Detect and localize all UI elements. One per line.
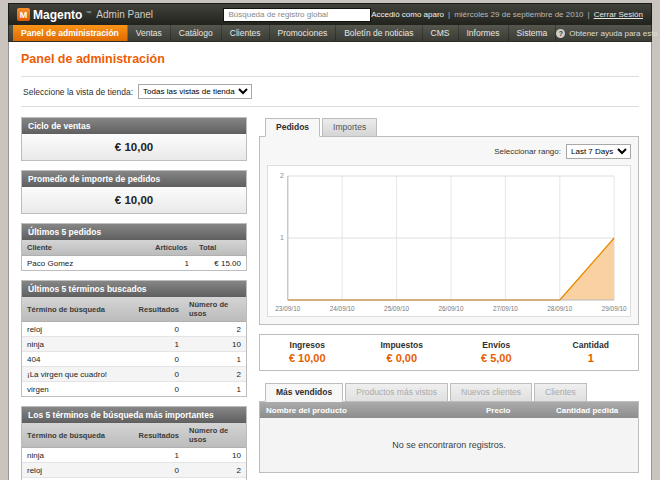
column-header: Nombre del producto [260,402,480,418]
tab-importes[interactable]: Importes [322,118,377,137]
nav-item-informes[interactable]: Informes [459,25,509,41]
table-row: reloj02 [22,322,246,337]
table-header-row: Término de búsqueda Resultados Número de… [22,423,246,448]
nav-items: Panel de administraciónVentasCatálogoCli… [13,25,556,41]
dashboard-main: PedidosImportes Seleccionar rango: Last … [259,117,639,473]
widget-title: Últimos 5 pedidos [22,224,246,240]
nav-item-cms[interactable]: CMS [423,25,459,41]
current-date: miércoles 29 de septiembre de 2010 [454,10,583,19]
products-tabs: Más vendidosProductos más vistosNuevos c… [259,383,639,402]
table-row: Paco Gomez1€ 15.00 [22,256,246,271]
svg-text:2: 2 [280,172,284,179]
avg-order-widget: Promedio de importe de pedidos € 10,00 [21,170,247,214]
table-cell: 10 [184,337,246,352]
top-search-terms-widget: Los 5 términos de búsqueda más important… [21,406,247,480]
svg-text:29/09/10: 29/09/10 [602,305,627,312]
sales-cycle-value: € 10,00 [22,134,246,160]
svg-text:27/09/10: 27/09/10 [493,305,518,312]
separator: | [448,10,450,19]
column-header: Número de usos [184,423,246,448]
tab-nuevos-clientes[interactable]: Nuevos clientes [450,383,532,402]
column-header: Total [194,240,246,256]
store-view-select[interactable]: Todas las vistas de tienda [138,84,252,99]
tab-pedidos[interactable]: Pedidos [265,118,320,137]
table-header-row: Término de búsqueda Resultados Número de… [22,297,246,322]
stat-cantidad: Cantidad1 [544,335,639,370]
table-row: ninja110 [22,337,246,352]
nav-item-panel-de-administracion[interactable]: Panel de administración [13,25,128,41]
nav-item-catalogo[interactable]: Catálogo [171,25,222,41]
store-view-switcher: Seleccione la vista de tienda: Todas las… [21,76,639,107]
separator: | [588,10,590,19]
table-header-row: Nombre del producto Precio Cantidad pedi… [260,402,638,418]
totals-row: Ingresos€ 10,00Impuestos€ 0,00Envíos€ 5,… [259,334,639,371]
table-cell: 0 [134,382,184,397]
store-view-label: Seleccione la vista de tienda: [23,87,133,97]
header-user-area: Accedió como aparo | miércoles 29 de sep… [371,10,643,19]
table-row: reloj02 [22,463,246,478]
product-title: Admin Panel [96,9,153,20]
magento-logo-icon: M [17,8,30,21]
stat-value: € 0,00 [355,352,450,364]
table-cell: 404 [22,352,134,367]
global-search-input[interactable] [223,8,371,22]
table-row: virgen01 [22,382,246,397]
empty-message: No se encontraron registros. [260,418,638,472]
app-header: M Magento ™ Admin Panel Accedió como apa… [8,3,652,25]
svg-text:28/09/10: 28/09/10 [547,305,572,312]
orders-area-chart: 23/09/1024/09/1025/09/1026/09/1027/09/10… [268,166,630,316]
svg-text:25/09/10: 25/09/10 [384,305,409,312]
nav-item-promociones[interactable]: Promociones [270,25,337,41]
table-cell: € 15.00 [194,256,246,271]
stat-envios: Envíos€ 5,00 [449,335,544,370]
table-row: No se encontraron registros. [260,418,638,472]
page-title: Panel de administración [21,52,639,66]
magento-logo: M Magento ™ Admin Panel [17,8,223,22]
column-header: Cliente [22,240,150,256]
table-cell: 10 [184,448,246,463]
tab-clientes[interactable]: Clientes [534,383,587,402]
tab-productos-mas-vistos[interactable]: Productos más vistos [345,383,448,402]
dashboard-columns: Ciclo de ventas € 10,00 Promedio de impo… [21,117,639,480]
last-orders-widget: Últimos 5 pedidos Cliente Artículos Tota… [21,223,247,271]
logo-trademark: ™ [85,10,91,16]
widget-title: Últimos 5 términos buscados [22,281,246,297]
help-label: Obtener ayuda para esta página [569,29,660,38]
column-header: Término de búsqueda [22,423,134,448]
widget-title: Los 5 términos de búsqueda más important… [22,407,246,423]
logo-text: Magento [33,8,82,22]
table-cell: 0 [134,367,184,382]
stat-value: € 5,00 [449,352,544,364]
avg-order-value: € 10,00 [22,187,246,213]
column-header: Cantidad pedida [550,402,638,418]
table-cell: 0 [134,322,184,337]
logout-link[interactable]: Cerrar Sesión [594,10,643,19]
table-row: ninja110 [22,448,246,463]
svg-text:23/09/10: 23/09/10 [275,305,300,312]
nav-item-sistema[interactable]: Sistema [509,25,557,41]
table-cell: 1 [150,256,194,271]
table-cell: virgen [22,382,134,397]
top-search-terms-table: Término de búsqueda Resultados Número de… [22,423,246,480]
page-help-link[interactable]: ? Obtener ayuda para esta página [556,25,660,41]
range-select[interactable]: Last 7 Days [566,144,631,159]
magento-admin-window: M Magento ™ Admin Panel Accedió como apa… [8,3,652,480]
help-icon: ? [556,29,565,38]
widget-title: Promedio de importe de pedidos [22,171,246,187]
svg-text:26/09/10: 26/09/10 [438,305,463,312]
table-cell: 0 [134,352,184,367]
table-cell: ¡La virgen que cuadro! [22,367,134,382]
table-cell: 1 [134,337,184,352]
column-header: Término de búsqueda [22,297,134,322]
table-row: 40401 [22,352,246,367]
column-header: Número de usos [184,297,246,322]
nav-item-ventas[interactable]: Ventas [128,25,171,41]
dashboard-sidebar: Ciclo de ventas € 10,00 Promedio de impo… [21,117,247,480]
stat-label: Cantidad [544,340,639,350]
table-cell: ninja [22,337,134,352]
stat-impuestos: Impuestos€ 0,00 [355,335,450,370]
tab-mas-vendidos[interactable]: Más vendidos [265,383,343,402]
nav-item-clientes[interactable]: Clientes [222,25,270,41]
nav-item-boletin-de-noticias[interactable]: Boletín de noticias [336,25,422,41]
stat-label: Envíos [449,340,544,350]
